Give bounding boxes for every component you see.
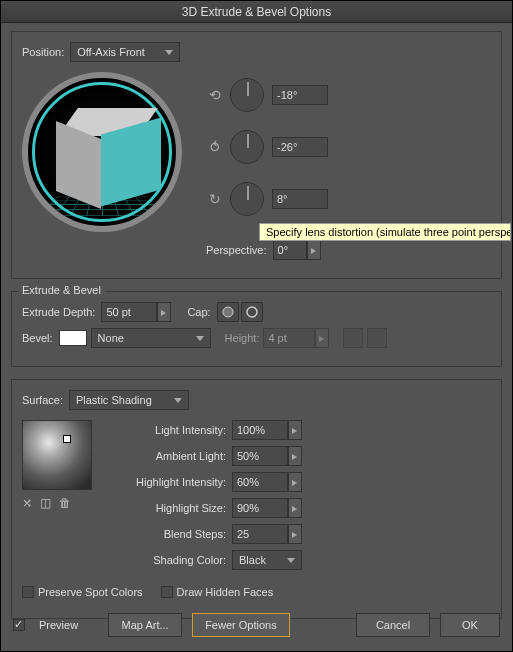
highlight-size-label: Highlight Size: [112,502,226,514]
position-label: Position: [22,46,64,58]
cancel-button[interactable]: Cancel [356,613,430,637]
bevel-extent-in-icon [343,328,363,348]
surface-label: Surface: [22,394,63,406]
highlight-intensity-input[interactable]: 60% [232,472,288,492]
fewer-options-button[interactable]: Fewer Options [192,613,290,637]
footer: Preview Map Art... Fewer Options Cancel … [1,603,512,651]
light-intensity-stepper[interactable] [288,420,302,440]
rotate-y-dial[interactable] [230,130,264,164]
rotate-x-icon: ⟲ [206,86,224,104]
section-position: Position: Off-Axis Front ⟲ [11,31,502,279]
draw-hidden-checkbox[interactable] [161,586,173,598]
bevel-height-input: 4 pt [263,328,315,348]
highlight-size-input[interactable]: 90% [232,498,288,518]
svg-point-0 [223,307,233,317]
3d-preview[interactable] [22,72,182,232]
light-intensity-label: Light Intensity: [112,424,226,436]
light-preview[interactable] [22,420,92,490]
ambient-light-label: Ambient Light: [112,450,226,462]
light-move-back-icon[interactable]: ⤨ [22,496,32,510]
bevel-swatch [59,330,87,346]
perspective-stepper[interactable] [307,240,321,260]
preview-checkbox[interactable] [13,619,25,631]
perspective-tooltip: Specify lens distortion (simulate three … [259,223,511,241]
section-surface: Surface: Plastic Shading ⤨ ◫ 🗑 [11,379,502,619]
bevel-height-stepper [315,328,329,348]
cap-on-button[interactable] [217,302,239,322]
rotate-x-input[interactable]: -18° [272,85,328,105]
highlight-intensity-stepper[interactable] [288,472,302,492]
bevel-extent-out-icon [367,328,387,348]
bevel-select[interactable]: None [91,328,211,348]
section-extrude-bevel: Extrude & Bevel Extrude Depth: 50 pt Cap… [11,291,502,367]
perspective-label: Perspective: [206,244,267,256]
bevel-label: Bevel: [22,332,53,344]
extrude-depth-stepper[interactable] [157,302,171,322]
preserve-spot-checkbox[interactable] [22,586,34,598]
rotate-z-icon: ↻ [206,190,224,208]
rotate-z-input[interactable]: 8° [272,189,328,209]
rotate-z-dial[interactable] [230,182,264,216]
bevel-height-label: Height: [225,332,260,344]
blend-steps-stepper[interactable] [288,524,302,544]
highlight-intensity-label: Highlight Intensity: [112,476,226,488]
preview-label: Preview [39,619,78,631]
dialog-3d-extrude-bevel: 3D Extrude & Bevel Options Position: Off… [0,0,513,652]
perspective-input[interactable]: 0° [273,240,307,260]
ambient-light-stepper[interactable] [288,446,302,466]
cap-label: Cap: [187,306,210,318]
extrude-depth-input[interactable]: 50 pt [101,302,157,322]
blend-steps-input[interactable]: 25 [232,524,288,544]
blend-steps-label: Blend Steps: [112,528,226,540]
light-new-icon[interactable]: ◫ [40,496,51,510]
extrude-bevel-title: Extrude & Bevel [18,284,105,296]
rotate-x-dial[interactable] [230,78,264,112]
draw-hidden-label: Draw Hidden Faces [177,586,274,598]
ambient-light-input[interactable]: 50% [232,446,288,466]
preserve-spot-label: Preserve Spot Colors [38,586,143,598]
rotate-y-input[interactable]: -26° [272,137,328,157]
highlight-size-stepper[interactable] [288,498,302,518]
rotate-y-icon: ⥀ [206,138,224,156]
map-art-button[interactable]: Map Art... [108,613,182,637]
light-intensity-input[interactable]: 100% [232,420,288,440]
extrude-depth-label: Extrude Depth: [22,306,95,318]
cap-off-button[interactable] [241,302,263,322]
light-handle[interactable] [63,435,71,443]
svg-point-1 [247,307,257,317]
position-select[interactable]: Off-Axis Front [70,42,180,62]
ok-button[interactable]: OK [440,613,500,637]
shading-color-label: Shading Color: [112,554,226,566]
light-delete-icon[interactable]: 🗑 [59,496,71,510]
surface-select[interactable]: Plastic Shading [69,390,189,410]
shading-color-select[interactable]: Black [232,550,302,570]
titlebar: 3D Extrude & Bevel Options [1,1,512,23]
